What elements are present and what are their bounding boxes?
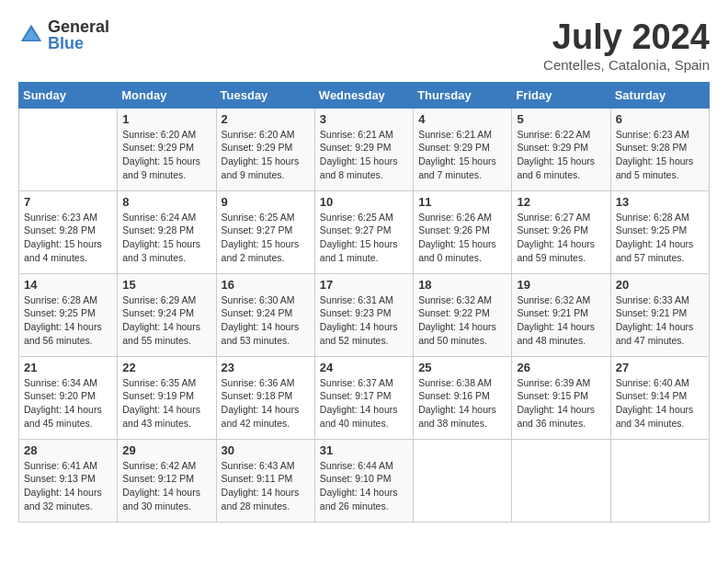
day-info: Sunrise: 6:21 AMSunset: 9:29 PMDaylight:…	[320, 128, 408, 182]
day-number: 11	[418, 195, 506, 209]
calendar-week-4: 21Sunrise: 6:34 AMSunset: 9:20 PMDayligh…	[19, 356, 710, 439]
calendar-cell: 19Sunrise: 6:32 AMSunset: 9:21 PMDayligh…	[512, 273, 610, 356]
day-info: Sunrise: 6:20 AMSunset: 9:29 PMDaylight:…	[122, 128, 210, 182]
day-number: 24	[320, 361, 408, 374]
calendar-week-3: 14Sunrise: 6:28 AMSunset: 9:25 PMDayligh…	[19, 273, 710, 356]
calendar-cell: 20Sunrise: 6:33 AMSunset: 9:21 PMDayligh…	[610, 273, 709, 356]
day-info: Sunrise: 6:29 AMSunset: 9:24 PMDaylight:…	[122, 293, 210, 348]
day-number: 26	[517, 361, 605, 374]
location: Centelles, Catalonia, Spain	[543, 57, 710, 73]
calendar-cell: 26Sunrise: 6:39 AMSunset: 9:15 PMDayligh…	[512, 356, 610, 439]
day-number: 4	[418, 112, 506, 126]
day-info: Sunrise: 6:22 AMSunset: 9:29 PMDaylight:…	[517, 128, 605, 182]
calendar-cell: 31Sunrise: 6:44 AMSunset: 9:10 PMDayligh…	[314, 439, 413, 522]
day-info: Sunrise: 6:42 AMSunset: 9:12 PMDaylight:…	[122, 459, 210, 513]
day-info: Sunrise: 6:37 AMSunset: 9:17 PMDaylight:…	[320, 376, 408, 431]
day-number: 16	[222, 278, 310, 292]
calendar-week-1: 1Sunrise: 6:20 AMSunset: 9:29 PMDaylight…	[19, 108, 710, 190]
day-info: Sunrise: 6:23 AMSunset: 9:28 PMDaylight:…	[616, 128, 704, 182]
day-info: Sunrise: 6:40 AMSunset: 9:14 PMDaylight:…	[616, 376, 704, 431]
calendar-cell	[512, 439, 610, 522]
day-info: Sunrise: 6:36 AMSunset: 9:18 PMDaylight:…	[222, 376, 310, 431]
calendar-cell: 24Sunrise: 6:37 AMSunset: 9:17 PMDayligh…	[314, 356, 413, 439]
day-number: 23	[222, 361, 310, 374]
calendar-cell: 7Sunrise: 6:23 AMSunset: 9:28 PMDaylight…	[19, 190, 118, 273]
day-number: 3	[320, 112, 408, 126]
calendar-cell: 5Sunrise: 6:22 AMSunset: 9:29 PMDaylight…	[512, 108, 610, 190]
day-info: Sunrise: 6:23 AMSunset: 9:28 PMDaylight:…	[24, 211, 112, 265]
calendar-cell: 3Sunrise: 6:21 AMSunset: 9:29 PMDaylight…	[314, 108, 413, 190]
calendar-week-5: 28Sunrise: 6:41 AMSunset: 9:13 PMDayligh…	[19, 439, 710, 522]
calendar-cell	[19, 108, 118, 190]
day-info: Sunrise: 6:27 AMSunset: 9:26 PMDaylight:…	[517, 211, 605, 265]
day-number: 18	[418, 278, 506, 292]
day-info: Sunrise: 6:39 AMSunset: 9:15 PMDaylight:…	[517, 376, 605, 431]
header-saturday: Saturday	[610, 82, 709, 108]
calendar-cell	[414, 439, 512, 522]
day-info: Sunrise: 6:20 AMSunset: 9:29 PMDaylight:…	[222, 128, 310, 182]
header-thursday: Thursday	[414, 82, 512, 108]
day-number: 19	[517, 278, 605, 292]
calendar-cell: 29Sunrise: 6:42 AMSunset: 9:12 PMDayligh…	[118, 439, 216, 522]
day-info: Sunrise: 6:28 AMSunset: 9:25 PMDaylight:…	[616, 211, 704, 265]
logo-text-general: General	[48, 18, 109, 35]
calendar-cell: 2Sunrise: 6:20 AMSunset: 9:29 PMDaylight…	[216, 108, 314, 190]
day-number: 5	[517, 112, 605, 126]
day-info: Sunrise: 6:25 AMSunset: 9:27 PMDaylight:…	[320, 211, 408, 265]
header-friday: Friday	[512, 82, 610, 108]
calendar-cell: 21Sunrise: 6:34 AMSunset: 9:20 PMDayligh…	[19, 356, 118, 439]
calendar-cell: 4Sunrise: 6:21 AMSunset: 9:29 PMDaylight…	[414, 108, 512, 190]
day-info: Sunrise: 6:25 AMSunset: 9:27 PMDaylight:…	[222, 211, 310, 265]
calendar-body: 1Sunrise: 6:20 AMSunset: 9:29 PMDaylight…	[19, 108, 710, 522]
calendar-week-2: 7Sunrise: 6:23 AMSunset: 9:28 PMDaylight…	[19, 190, 710, 273]
logo-text-blue: Blue	[48, 35, 109, 52]
day-number: 6	[616, 112, 704, 126]
page-header: General Blue July 2024 Centelles, Catalo…	[18, 18, 710, 73]
day-number: 28	[24, 443, 112, 457]
logo-icon	[18, 22, 44, 48]
day-info: Sunrise: 6:32 AMSunset: 9:22 PMDaylight:…	[418, 293, 506, 348]
day-info: Sunrise: 6:43 AMSunset: 9:11 PMDaylight:…	[222, 459, 310, 513]
day-number: 25	[418, 361, 506, 374]
calendar-cell: 6Sunrise: 6:23 AMSunset: 9:28 PMDaylight…	[610, 108, 709, 190]
day-info: Sunrise: 6:26 AMSunset: 9:26 PMDaylight:…	[418, 211, 506, 265]
day-number: 21	[24, 361, 112, 374]
day-info: Sunrise: 6:30 AMSunset: 9:24 PMDaylight:…	[222, 293, 310, 348]
day-info: Sunrise: 6:34 AMSunset: 9:20 PMDaylight:…	[24, 376, 112, 431]
calendar-table: Sunday Monday Tuesday Wednesday Thursday…	[18, 82, 710, 523]
day-info: Sunrise: 6:28 AMSunset: 9:25 PMDaylight:…	[24, 293, 112, 348]
day-number: 8	[122, 195, 210, 209]
calendar-cell: 10Sunrise: 6:25 AMSunset: 9:27 PMDayligh…	[314, 190, 413, 273]
day-number: 31	[320, 443, 408, 457]
calendar-cell: 27Sunrise: 6:40 AMSunset: 9:14 PMDayligh…	[610, 356, 709, 439]
calendar-cell: 15Sunrise: 6:29 AMSunset: 9:24 PMDayligh…	[118, 273, 216, 356]
calendar-cell: 30Sunrise: 6:43 AMSunset: 9:11 PMDayligh…	[216, 439, 314, 522]
calendar-cell: 23Sunrise: 6:36 AMSunset: 9:18 PMDayligh…	[216, 356, 314, 439]
month-year: July 2024	[543, 18, 710, 57]
header-tuesday: Tuesday	[216, 82, 314, 108]
calendar-cell: 11Sunrise: 6:26 AMSunset: 9:26 PMDayligh…	[414, 190, 512, 273]
day-number: 10	[320, 195, 408, 209]
logo: General Blue	[18, 18, 109, 52]
day-info: Sunrise: 6:38 AMSunset: 9:16 PMDaylight:…	[418, 376, 506, 431]
day-info: Sunrise: 6:21 AMSunset: 9:29 PMDaylight:…	[418, 128, 506, 182]
day-number: 7	[24, 195, 112, 209]
calendar-cell: 12Sunrise: 6:27 AMSunset: 9:26 PMDayligh…	[512, 190, 610, 273]
calendar-cell: 25Sunrise: 6:38 AMSunset: 9:16 PMDayligh…	[414, 356, 512, 439]
day-number: 20	[616, 278, 704, 292]
header-wednesday: Wednesday	[314, 82, 413, 108]
day-number: 9	[222, 195, 310, 209]
header-sunday: Sunday	[19, 82, 118, 108]
day-number: 17	[320, 278, 408, 292]
day-number: 29	[122, 443, 210, 457]
calendar-cell: 1Sunrise: 6:20 AMSunset: 9:29 PMDaylight…	[118, 108, 216, 190]
calendar-cell: 28Sunrise: 6:41 AMSunset: 9:13 PMDayligh…	[19, 439, 118, 522]
day-info: Sunrise: 6:33 AMSunset: 9:21 PMDaylight:…	[616, 293, 704, 348]
weekday-row: Sunday Monday Tuesday Wednesday Thursday…	[19, 82, 710, 108]
calendar-header: Sunday Monday Tuesday Wednesday Thursday…	[19, 82, 710, 108]
calendar-cell: 8Sunrise: 6:24 AMSunset: 9:28 PMDaylight…	[118, 190, 216, 273]
day-info: Sunrise: 6:24 AMSunset: 9:28 PMDaylight:…	[122, 211, 210, 265]
calendar-cell: 9Sunrise: 6:25 AMSunset: 9:27 PMDaylight…	[216, 190, 314, 273]
calendar-cell: 13Sunrise: 6:28 AMSunset: 9:25 PMDayligh…	[610, 190, 709, 273]
day-number: 12	[517, 195, 605, 209]
